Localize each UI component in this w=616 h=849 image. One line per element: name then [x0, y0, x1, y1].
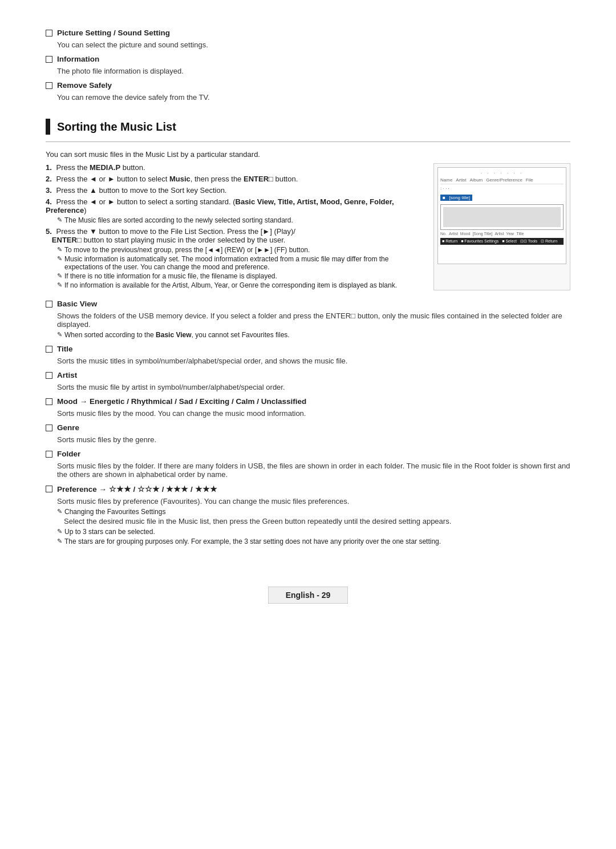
- ss-footer: ■ Return ■ Favourites Settings ■ Select …: [440, 238, 564, 245]
- checkbox-mood: [46, 398, 52, 405]
- step-5-note2: ✎ Music information is automatically set…: [57, 255, 422, 271]
- mood-label: Mood → Energetic / Rhythmical / Sad / Ex…: [57, 397, 306, 406]
- ss-footer-item3: ■ Select: [502, 239, 517, 244]
- step-5-note1: ✎ To move to the previous/next group, pr…: [57, 246, 422, 254]
- step-3: 3. Press the ▲ button to move to the Sor…: [46, 186, 422, 195]
- checkbox-basic-view: [46, 301, 52, 308]
- pencil-icon-pref1: ✎: [57, 508, 62, 515]
- checkbox-preference: [46, 486, 52, 492]
- ss-album-placeholder: [443, 207, 561, 227]
- top-sections: Picture Setting / Sound Setting You can …: [46, 29, 570, 102]
- ss-album-art: [440, 204, 564, 230]
- basic-view-desc: Shows the folders of the USB memory devi…: [57, 312, 570, 329]
- step-4-note-text: The Music files are sorted according to …: [64, 216, 293, 224]
- folder-item: Folder: [46, 450, 570, 458]
- picture-setting-item: Picture Setting / Sound Setting: [46, 29, 570, 37]
- section-divider: [46, 142, 570, 142]
- preference-item: Preference → ☆★★ / ☆☆★ / ★★★ / ★★★: [46, 484, 570, 494]
- step-5-note2-text: Music information is automatically set. …: [64, 255, 422, 271]
- pref-note-changing: ✎ Changing the Favourites Settings: [57, 508, 570, 516]
- pref-note-stars: ✎ Up to 3 stars can be selected.: [57, 528, 570, 536]
- step-5: 5. Press the ▼ button to move to the Fil…: [46, 227, 422, 244]
- ss-col5: File: [526, 177, 533, 183]
- section-bar: [46, 119, 50, 135]
- step-5-note4: ✎ If no information is available for the…: [57, 281, 422, 289]
- ss-label6: Year: [506, 232, 514, 236]
- ss-col4: Genre/Preference: [486, 177, 522, 183]
- checkbox-genre: [46, 424, 52, 431]
- genre-label: Genre: [57, 423, 79, 432]
- information-item: Information: [46, 55, 570, 63]
- sub-sections: Basic View Shows the folders of the USB …: [46, 300, 570, 545]
- picture-setting-desc: You can select the picture and sound set…: [57, 41, 570, 49]
- step-4: 4. Press the ◄ or ► button to select a s…: [46, 197, 422, 215]
- step-4-note: ✎ The Music files are sorted according t…: [57, 216, 422, 224]
- mood-desc: Sorts music files by the mood. You can c…: [57, 409, 570, 418]
- mood-item: Mood → Energetic / Rhythmical / Sad / Ex…: [46, 397, 570, 406]
- ss-label3: Mood: [460, 232, 471, 236]
- ss-dots2: : · · ·: [440, 186, 564, 191]
- ss-footer-item2: ■ Favourites Settings: [461, 239, 499, 244]
- basic-view-note-text: When sorted according to the Basic View,…: [64, 331, 290, 339]
- section-intro: You can sort music files in the Music Li…: [46, 150, 570, 159]
- step-5-note3-text: If there is no title information for a m…: [64, 272, 277, 280]
- remove-safely-desc: You can remove the device safely from th…: [57, 93, 570, 102]
- main-content-area: 1. Press the MEDIA.P button. 2. Press th…: [46, 163, 570, 290]
- artist-label: Artist: [57, 371, 77, 379]
- ss-label5: Artist: [495, 232, 504, 236]
- title-desc: Sorts the music titles in symbol/number/…: [57, 357, 570, 365]
- pref-stars-text: Up to 3 stars can be selected.: [64, 528, 155, 536]
- step-5-note4-text: If no information is available for the A…: [64, 281, 397, 289]
- pref-note-select: Select the desired music file in the Mus…: [64, 517, 570, 525]
- pencil-icon-pref2: ✎: [57, 528, 62, 535]
- ss-highlight-row: ■ [song title]: [440, 193, 564, 202]
- genre-desc: Sorts music files by the genre.: [57, 435, 570, 444]
- remove-safely-item: Remove Safely: [46, 81, 570, 90]
- pencil-icon-5a: ✎: [57, 246, 62, 253]
- ss-label7: Title: [517, 232, 524, 236]
- information-label: Information: [57, 55, 99, 63]
- pencil-icon-basic: ✎: [57, 331, 62, 338]
- page-number-label: English - 29: [286, 591, 331, 600]
- pencil-icon-5c: ✎: [57, 272, 62, 280]
- pencil-icon-4: ✎: [57, 216, 62, 224]
- pencil-icon-5d: ✎: [57, 281, 62, 289]
- genre-item: Genre: [46, 423, 570, 432]
- basic-view-note: ✎ When sorted according to the Basic Vie…: [57, 331, 570, 339]
- ss-label2: Artist: [449, 232, 458, 236]
- remove-safely-label: Remove Safely: [57, 81, 112, 90]
- checkbox-artist: [46, 372, 52, 379]
- checkbox-remove: [46, 82, 52, 89]
- ss-label1: No.: [440, 232, 447, 236]
- ss-label4: [Song Title]: [472, 232, 492, 236]
- picture-setting-label: Picture Setting / Sound Setting: [57, 29, 170, 37]
- ss-col1: Name: [440, 177, 452, 183]
- folder-label: Folder: [57, 450, 80, 458]
- ss-col2: Artist: [456, 177, 466, 183]
- ss-small-row: No. Artist Mood [Song Title] Artist Year…: [440, 232, 564, 236]
- screenshot-mockup: · · · · · · · Name Artist Album Genre/Pr…: [433, 163, 570, 290]
- page-number-box: English - 29: [268, 587, 348, 604]
- title-item: Title: [46, 345, 570, 353]
- artist-item: Artist: [46, 371, 570, 379]
- step-5-note3: ✎ If there is no title information for a…: [57, 272, 422, 280]
- screenshot-inner: · · · · · · · Name Artist Album Genre/Pr…: [437, 167, 566, 264]
- page-footer: English - 29: [46, 580, 570, 611]
- pencil-icon-5b: ✎: [57, 255, 62, 262]
- basic-view-label: Basic View: [57, 300, 97, 308]
- pref-grouping-text: The stars are for grouping purposes only…: [64, 537, 441, 545]
- information-desc: The photo file information is displayed.: [57, 67, 570, 75]
- ss-footer-item5: ⊡ Return: [541, 239, 557, 244]
- step-2: 2. Press the ◄ or ► button to select Mus…: [46, 175, 422, 183]
- ss-footer-item1: ■ Return: [442, 239, 457, 244]
- pref-note-grouping: ✎ The stars are for grouping purposes on…: [57, 537, 570, 545]
- checkbox-information: [46, 56, 52, 63]
- step-1: 1. Press the MEDIA.P button.: [46, 163, 422, 172]
- sorting-section-header: Sorting the Music List: [46, 119, 570, 135]
- ss-header-row: Name Artist Album Genre/Preference File: [440, 177, 564, 184]
- page-container: Picture Setting / Sound Setting You can …: [46, 29, 570, 611]
- basic-view-item: Basic View: [46, 300, 570, 308]
- steps-area: 1. Press the MEDIA.P button. 2. Press th…: [46, 163, 422, 290]
- ss-dots: · · · · · · ·: [440, 170, 564, 176]
- ss-footer-item4: ⊡⊡ Tools: [520, 239, 537, 244]
